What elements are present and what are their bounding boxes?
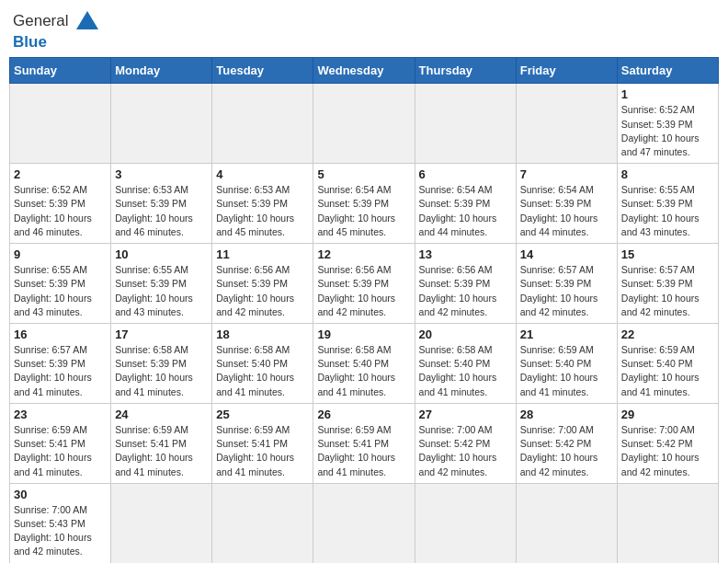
calendar-cell: 13Sunrise: 6:56 AM Sunset: 5:39 PM Dayli… — [415, 244, 516, 324]
calendar-cell — [111, 84, 212, 164]
calendar-cell: 22Sunrise: 6:59 AM Sunset: 5:40 PM Dayli… — [617, 324, 718, 404]
calendar-cell: 18Sunrise: 6:58 AM Sunset: 5:40 PM Dayli… — [212, 324, 313, 404]
day-number: 10 — [115, 247, 208, 261]
calendar-cell: 25Sunrise: 6:59 AM Sunset: 5:41 PM Dayli… — [212, 403, 313, 483]
calendar-cell — [10, 84, 111, 164]
calendar-week-row: 30Sunrise: 7:00 AM Sunset: 5:43 PM Dayli… — [10, 483, 719, 563]
day-info: Sunrise: 6:54 AM Sunset: 5:39 PM Dayligh… — [520, 183, 613, 239]
day-info: Sunrise: 6:57 AM Sunset: 5:39 PM Dayligh… — [14, 343, 107, 399]
day-number: 9 — [14, 247, 107, 261]
calendar-header-row: SundayMondayTuesdayWednesdayThursdayFrid… — [10, 58, 719, 84]
day-info: Sunrise: 6:59 AM Sunset: 5:40 PM Dayligh… — [621, 343, 714, 399]
calendar-cell: 4Sunrise: 6:53 AM Sunset: 5:39 PM Daylig… — [212, 164, 313, 244]
day-info: Sunrise: 6:54 AM Sunset: 5:39 PM Dayligh… — [419, 183, 512, 239]
calendar-week-row: 16Sunrise: 6:57 AM Sunset: 5:39 PM Dayli… — [10, 324, 719, 404]
logo-text-general: General — [13, 12, 68, 29]
day-number: 28 — [520, 408, 613, 421]
day-number: 6 — [419, 167, 512, 181]
day-info: Sunrise: 6:52 AM Sunset: 5:39 PM Dayligh… — [621, 103, 714, 159]
calendar-table: SundayMondayTuesdayWednesdayThursdayFrid… — [9, 57, 719, 563]
day-number: 17 — [115, 327, 208, 341]
calendar-cell: 17Sunrise: 6:58 AM Sunset: 5:39 PM Dayli… — [111, 324, 212, 404]
day-number: 4 — [216, 167, 309, 181]
calendar-cell: 5Sunrise: 6:54 AM Sunset: 5:39 PM Daylig… — [313, 164, 415, 244]
calendar-cell — [313, 84, 415, 164]
calendar-week-row: 1Sunrise: 6:52 AM Sunset: 5:39 PM Daylig… — [10, 84, 719, 164]
day-info: Sunrise: 6:58 AM Sunset: 5:39 PM Dayligh… — [115, 343, 208, 399]
calendar-cell: 16Sunrise: 6:57 AM Sunset: 5:39 PM Dayli… — [10, 324, 111, 404]
calendar-cell: 20Sunrise: 6:58 AM Sunset: 5:40 PM Dayli… — [415, 324, 516, 404]
calendar-cell: 23Sunrise: 6:59 AM Sunset: 5:41 PM Dayli… — [10, 403, 111, 483]
day-number: 27 — [419, 408, 512, 421]
weekday-header-thursday: Thursday — [415, 58, 516, 84]
calendar-cell: 26Sunrise: 6:59 AM Sunset: 5:41 PM Dayli… — [313, 403, 415, 483]
calendar-week-row: 9Sunrise: 6:55 AM Sunset: 5:39 PM Daylig… — [10, 244, 719, 324]
day-info: Sunrise: 7:00 AM Sunset: 5:42 PM Dayligh… — [419, 423, 512, 479]
day-info: Sunrise: 6:59 AM Sunset: 5:41 PM Dayligh… — [115, 423, 208, 479]
day-number: 24 — [115, 408, 208, 421]
day-info: Sunrise: 6:58 AM Sunset: 5:40 PM Dayligh… — [419, 343, 512, 399]
day-info: Sunrise: 6:56 AM Sunset: 5:39 PM Dayligh… — [216, 263, 309, 319]
day-number: 18 — [216, 327, 309, 341]
weekday-header-friday: Friday — [516, 58, 617, 84]
calendar-cell — [212, 483, 313, 563]
day-number: 21 — [520, 327, 613, 341]
calendar-week-row: 23Sunrise: 6:59 AM Sunset: 5:41 PM Dayli… — [10, 403, 719, 483]
day-info: Sunrise: 7:00 AM Sunset: 5:42 PM Dayligh… — [621, 423, 714, 479]
calendar-week-row: 2Sunrise: 6:52 AM Sunset: 5:39 PM Daylig… — [10, 164, 719, 244]
calendar-cell: 3Sunrise: 6:53 AM Sunset: 5:39 PM Daylig… — [111, 164, 212, 244]
day-info: Sunrise: 6:56 AM Sunset: 5:39 PM Dayligh… — [317, 263, 410, 319]
calendar-cell: 24Sunrise: 6:59 AM Sunset: 5:41 PM Dayli… — [111, 403, 212, 483]
day-info: Sunrise: 7:00 AM Sunset: 5:43 PM Dayligh… — [14, 503, 107, 559]
calendar-cell: 21Sunrise: 6:59 AM Sunset: 5:40 PM Dayli… — [516, 324, 617, 404]
day-info: Sunrise: 6:57 AM Sunset: 5:39 PM Dayligh… — [520, 263, 613, 319]
calendar-cell: 10Sunrise: 6:55 AM Sunset: 5:39 PM Dayli… — [111, 244, 212, 324]
day-info: Sunrise: 6:58 AM Sunset: 5:40 PM Dayligh… — [216, 343, 309, 399]
calendar-cell — [313, 483, 415, 563]
day-info: Sunrise: 6:56 AM Sunset: 5:39 PM Dayligh… — [419, 263, 512, 319]
day-number: 8 — [621, 167, 714, 181]
day-number: 22 — [621, 327, 714, 341]
calendar-cell: 2Sunrise: 6:52 AM Sunset: 5:39 PM Daylig… — [10, 164, 111, 244]
day-info: Sunrise: 6:55 AM Sunset: 5:39 PM Dayligh… — [14, 263, 107, 319]
calendar-cell: 15Sunrise: 6:57 AM Sunset: 5:39 PM Dayli… — [617, 244, 718, 324]
day-number: 2 — [14, 167, 107, 181]
calendar-cell — [415, 483, 516, 563]
calendar-cell: 30Sunrise: 7:00 AM Sunset: 5:43 PM Dayli… — [10, 483, 111, 563]
calendar-cell — [516, 84, 617, 164]
day-number: 26 — [317, 408, 410, 421]
day-info: Sunrise: 7:00 AM Sunset: 5:42 PM Dayligh… — [520, 423, 613, 479]
day-number: 20 — [419, 327, 512, 341]
calendar-cell — [111, 483, 212, 563]
calendar-cell — [516, 483, 617, 563]
day-number: 1 — [621, 87, 714, 101]
day-number: 11 — [216, 247, 309, 261]
day-number: 29 — [621, 408, 714, 421]
weekday-header-saturday: Saturday — [617, 58, 718, 84]
day-info: Sunrise: 6:53 AM Sunset: 5:39 PM Dayligh… — [115, 183, 208, 239]
calendar-cell: 6Sunrise: 6:54 AM Sunset: 5:39 PM Daylig… — [415, 164, 516, 244]
day-info: Sunrise: 6:59 AM Sunset: 5:41 PM Dayligh… — [317, 423, 410, 479]
day-number: 19 — [317, 327, 410, 341]
calendar-cell: 7Sunrise: 6:54 AM Sunset: 5:39 PM Daylig… — [516, 164, 617, 244]
day-number: 7 — [520, 167, 613, 181]
calendar-cell — [617, 483, 718, 563]
weekday-header-tuesday: Tuesday — [212, 58, 313, 84]
calendar-cell — [212, 84, 313, 164]
day-number: 13 — [419, 247, 512, 261]
day-info: Sunrise: 6:59 AM Sunset: 5:41 PM Dayligh… — [216, 423, 309, 479]
calendar-cell — [415, 84, 516, 164]
calendar-cell: 28Sunrise: 7:00 AM Sunset: 5:42 PM Dayli… — [516, 403, 617, 483]
weekday-header-sunday: Sunday — [10, 58, 111, 84]
day-number: 16 — [14, 327, 107, 341]
calendar-cell: 14Sunrise: 6:57 AM Sunset: 5:39 PM Dayli… — [516, 244, 617, 324]
calendar-cell: 29Sunrise: 7:00 AM Sunset: 5:42 PM Dayli… — [617, 403, 718, 483]
svg-marker-0 — [76, 11, 98, 29]
day-number: 23 — [14, 408, 107, 421]
calendar-cell: 8Sunrise: 6:55 AM Sunset: 5:39 PM Daylig… — [617, 164, 718, 244]
day-number: 12 — [317, 247, 410, 261]
logo-text-blue: Blue — [13, 33, 47, 51]
calendar-cell: 12Sunrise: 6:56 AM Sunset: 5:39 PM Dayli… — [313, 244, 415, 324]
day-number: 5 — [317, 167, 410, 181]
day-info: Sunrise: 6:59 AM Sunset: 5:40 PM Dayligh… — [520, 343, 613, 399]
